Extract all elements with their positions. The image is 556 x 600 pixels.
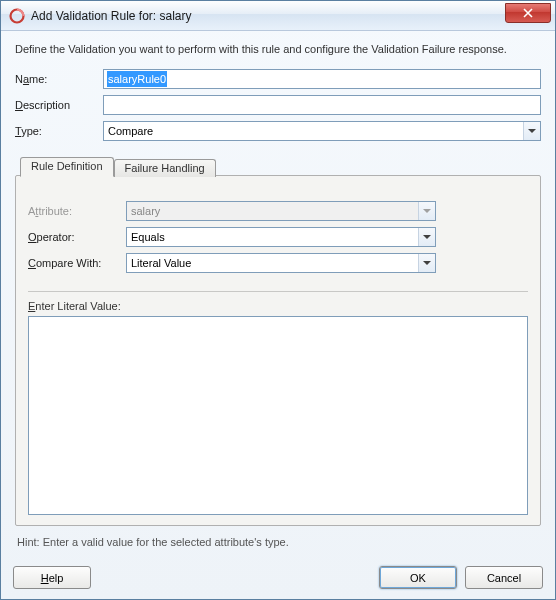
chevron-down-icon <box>418 202 435 220</box>
help-button[interactable]: Help <box>13 566 91 589</box>
app-icon <box>9 8 25 24</box>
operator-combo-value: Equals <box>127 231 418 243</box>
literal-value-label: Enter Literal Value: <box>28 300 528 312</box>
attribute-row: Attribute: salary <box>28 201 528 221</box>
name-input-selection: salaryRule0 <box>107 71 167 87</box>
attribute-combo-value: salary <box>127 205 418 217</box>
close-button[interactable] <box>505 3 551 23</box>
literal-value-textarea[interactable] <box>28 316 528 515</box>
ok-button[interactable]: OK <box>379 566 457 589</box>
compare-with-combo-value: Literal Value <box>127 257 418 269</box>
compare-with-label: Compare With: <box>28 257 126 269</box>
separator <box>28 291 528 292</box>
tabs-container: Rule Definition Failure Handling Attribu… <box>15 165 541 526</box>
tab-body-rule-definition: Attribute: salary Operator: Equals <box>16 195 540 525</box>
chevron-down-icon <box>418 228 435 246</box>
tab-strip: Rule Definition Failure Handling <box>20 157 544 177</box>
tab-panel: Rule Definition Failure Handling Attribu… <box>15 175 541 526</box>
close-icon <box>523 8 533 18</box>
description-row: Description <box>15 95 541 115</box>
attribute-label: Attribute: <box>28 205 126 217</box>
type-row: Type: Compare <box>15 121 541 141</box>
description-label: Description <box>15 99 103 111</box>
name-input[interactable]: salaryRule0 <box>103 69 541 89</box>
cancel-button[interactable]: Cancel <box>465 566 543 589</box>
description-input[interactable] <box>103 95 541 115</box>
titlebar: Add Validation Rule for: salary <box>1 1 555 31</box>
dialog-content: Define the Validation you want to perfor… <box>1 31 555 560</box>
chevron-down-icon <box>418 254 435 272</box>
type-label: Type: <box>15 125 103 137</box>
window-title: Add Validation Rule for: salary <box>31 9 505 23</box>
tab-rule-definition[interactable]: Rule Definition <box>20 157 114 177</box>
dialog-window: Add Validation Rule for: salary Define t… <box>0 0 556 600</box>
hint-text: Hint: Enter a valid value for the select… <box>17 536 539 548</box>
compare-with-row: Compare With: Literal Value <box>28 253 528 273</box>
type-combo-value: Compare <box>104 125 523 137</box>
operator-row: Operator: Equals <box>28 227 528 247</box>
attribute-combo: salary <box>126 201 436 221</box>
intro-text: Define the Validation you want to perfor… <box>15 43 541 55</box>
name-label: Name: <box>15 73 103 85</box>
name-row: Name: salaryRule0 <box>15 69 541 89</box>
tab-failure-handling[interactable]: Failure Handling <box>114 159 216 177</box>
operator-label: Operator: <box>28 231 126 243</box>
type-combo[interactable]: Compare <box>103 121 541 141</box>
operator-combo[interactable]: Equals <box>126 227 436 247</box>
button-bar: Help OK Cancel <box>1 560 555 599</box>
compare-with-combo[interactable]: Literal Value <box>126 253 436 273</box>
chevron-down-icon <box>523 122 540 140</box>
